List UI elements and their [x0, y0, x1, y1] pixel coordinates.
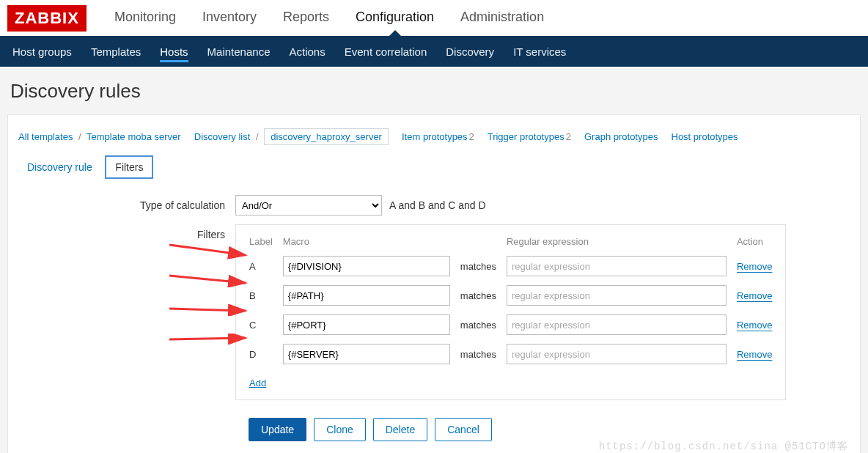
tabs: Discovery rule Filters: [17, 155, 853, 179]
clone-button[interactable]: Clone: [314, 418, 366, 441]
crumb-all-templates[interactable]: All templates: [18, 131, 73, 142]
filter-label: D: [245, 340, 277, 368]
breadcrumb: All templates / Template moba server Dis…: [18, 128, 850, 145]
tab-filters[interactable]: Filters: [105, 155, 153, 179]
remove-link[interactable]: Remove: [737, 320, 772, 331]
link-item-prototypes[interactable]: Item prototypes: [402, 131, 468, 142]
head-macro: Macro: [279, 232, 455, 251]
filter-label: C: [245, 311, 277, 339]
link-host-prototypes[interactable]: Host prototypes: [672, 131, 738, 142]
remove-link[interactable]: Remove: [737, 349, 772, 360]
regex-input[interactable]: [507, 256, 727, 276]
filters-table: Label Macro Regular expression Action A …: [235, 224, 786, 400]
label-filters: Filters: [15, 224, 235, 240]
filter-row: C matches Remove: [245, 311, 776, 339]
delete-button[interactable]: Delete: [373, 418, 427, 441]
regex-input[interactable]: [507, 285, 727, 306]
matches-text: matches: [456, 340, 501, 368]
filter-label: B: [245, 281, 277, 309]
label-type-of-calculation: Type of calculation: [15, 199, 235, 211]
topnav-inventory[interactable]: Inventory: [189, 2, 270, 35]
zabbix-logo: ZABBIX: [7, 5, 87, 32]
filter-row: A matches Remove: [245, 252, 776, 280]
update-button[interactable]: Update: [249, 418, 306, 441]
matches-text: matches: [456, 311, 501, 339]
head-label: Label: [245, 232, 277, 251]
topnav-monitoring[interactable]: Monitoring: [101, 2, 189, 35]
subnav-actions[interactable]: Actions: [280, 38, 335, 65]
regex-input[interactable]: [507, 314, 727, 335]
subnav-templates[interactable]: Templates: [81, 38, 150, 65]
macro-input[interactable]: [283, 256, 450, 276]
button-row: Update Clone Delete Cancel: [249, 418, 853, 441]
macro-input[interactable]: [283, 314, 450, 335]
subnav: Host groups Templates Hosts Maintenance …: [0, 36, 868, 67]
cancel-button[interactable]: Cancel: [435, 418, 492, 441]
matches-text: matches: [456, 252, 501, 280]
head-action: Action: [732, 232, 776, 251]
remove-link[interactable]: Remove: [737, 290, 772, 301]
item-prototypes-count: 2: [469, 131, 474, 142]
tab-discovery-rule[interactable]: Discovery rule: [17, 155, 103, 179]
matches-text: matches: [456, 281, 501, 309]
filter-row: B matches Remove: [245, 281, 776, 309]
head-regex: Regular expression: [502, 232, 731, 251]
filters-header: Label Macro Regular expression Action: [245, 232, 776, 251]
page-body: Discovery rules All templates / Template…: [0, 67, 868, 453]
subnav-maintenance[interactable]: Maintenance: [198, 38, 280, 65]
topnav-administration[interactable]: Administration: [447, 2, 557, 35]
page-title: Discovery rules: [10, 80, 861, 103]
link-trigger-prototypes[interactable]: Trigger prototypes: [488, 131, 564, 142]
remove-link[interactable]: Remove: [737, 261, 772, 272]
subnav-it-services[interactable]: IT services: [504, 38, 575, 65]
content-card: All templates / Template moba server Dis…: [7, 114, 861, 453]
subnav-event-correlation[interactable]: Event correlation: [335, 38, 437, 65]
select-type-of-calculation[interactable]: And/Or: [235, 195, 382, 216]
crumb-discovery-list[interactable]: Discovery list: [194, 131, 251, 142]
row-filters: Filters Label Macro Regular expression A…: [15, 224, 853, 400]
topnav-reports[interactable]: Reports: [270, 2, 342, 35]
crumb-template[interactable]: Template moba server: [87, 131, 181, 142]
add-filter-link[interactable]: Add: [249, 378, 266, 388]
watermark: https://blog.csdn.net/sina @51CTO博客: [599, 440, 848, 453]
regex-input[interactable]: [507, 344, 727, 364]
subnav-discovery[interactable]: Discovery: [436, 38, 504, 65]
subnav-hosts[interactable]: Hosts: [150, 38, 197, 65]
macro-input[interactable]: [283, 285, 450, 306]
subnav-host-groups[interactable]: Host groups: [3, 38, 81, 65]
topbar: ZABBIX Monitoring Inventory Reports Conf…: [0, 0, 868, 36]
calculation-expression: A and B and C and D: [389, 199, 486, 211]
crumb-current[interactable]: discovery_haproxy_server: [264, 128, 389, 145]
topnav-configuration[interactable]: Configuration: [342, 2, 447, 35]
macro-input[interactable]: [283, 344, 450, 364]
filter-row: D matches Remove: [245, 340, 776, 368]
row-type-of-calculation: Type of calculation And/Or A and B and C…: [15, 195, 853, 216]
trigger-prototypes-count: 2: [566, 131, 571, 142]
filter-label: A: [245, 252, 277, 280]
link-graph-prototypes[interactable]: Graph prototypes: [584, 131, 658, 142]
